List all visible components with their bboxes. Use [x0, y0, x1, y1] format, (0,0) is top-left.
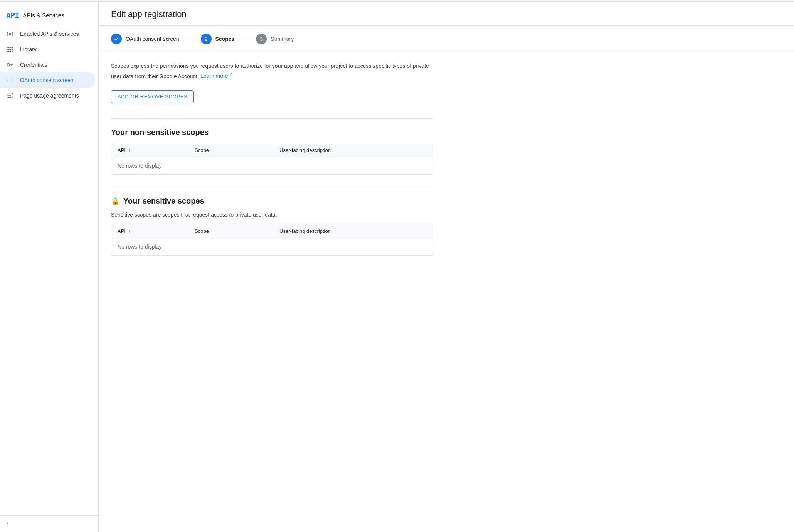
- external-link-icon: ↗: [229, 72, 233, 77]
- sensitive-col-scope: Scope: [195, 228, 279, 234]
- api-logo: API: [6, 11, 19, 20]
- sidebar: API APIs & Services Enabled APIs & servi…: [0, 2, 99, 532]
- page-header: Edit app registration: [99, 2, 794, 26]
- non-sensitive-section-title: Your non-sensitive scopes: [111, 128, 433, 137]
- sensitive-empty-message: No rows to display: [111, 238, 433, 255]
- svg-point-15: [10, 80, 10, 81]
- svg-rect-3: [12, 47, 13, 48]
- sensitive-section-description: Sensitive scopes are scopes that request…: [111, 212, 433, 218]
- svg-rect-2: [10, 47, 11, 48]
- page-title: Edit app registration: [111, 9, 782, 19]
- enabled-apis-icon: [6, 30, 14, 38]
- sidebar-item-enabled-apis[interactable]: Enabled APIs & services: [0, 26, 95, 42]
- sidebar-item-oauth-consent-label: OAuth consent screen: [20, 77, 74, 83]
- step-3-label: Summary: [271, 36, 294, 42]
- add-or-remove-scopes-button[interactable]: ADD OR REMOVE SCOPES: [111, 90, 194, 103]
- main-content: Edit app registration OAuth consent scre…: [99, 2, 794, 532]
- step-2-circle: 2: [201, 34, 212, 44]
- svg-point-13: [12, 78, 12, 79]
- section-divider-2: [111, 187, 433, 187]
- section-divider-1: [111, 118, 433, 119]
- svg-rect-4: [7, 49, 9, 51]
- step-3-circle: 3: [256, 34, 267, 44]
- svg-point-12: [10, 78, 10, 79]
- sidebar-item-library-label: Library: [20, 46, 37, 52]
- sensitive-section-title: 🔒 Your sensitive scopes: [111, 197, 433, 205]
- sidebar-header: API APIs & Services: [0, 8, 98, 26]
- sidebar-item-page-usage[interactable]: Page usage agreements: [0, 88, 95, 103]
- svg-rect-9: [12, 51, 13, 52]
- step-divider-2: [237, 39, 253, 39]
- svg-rect-7: [7, 51, 9, 52]
- sidebar-item-page-usage-label: Page usage agreements: [20, 93, 79, 99]
- svg-point-16: [12, 80, 12, 81]
- non-sensitive-col-api[interactable]: API ↑: [118, 147, 195, 153]
- svg-point-11: [8, 78, 8, 79]
- sensitive-table-header: API ↑ Scope User-facing description: [111, 224, 433, 238]
- svg-rect-1: [7, 47, 9, 48]
- svg-point-0: [9, 33, 11, 35]
- credentials-icon: [6, 61, 14, 69]
- step-oauth-consent: OAuth consent screen: [111, 34, 179, 44]
- stepper: OAuth consent screen 2 Scopes 3 Summary: [99, 26, 794, 52]
- svg-rect-6: [12, 49, 13, 51]
- svg-point-14: [8, 80, 8, 81]
- svg-rect-5: [10, 49, 11, 51]
- page-usage-icon: [6, 92, 14, 99]
- svg-point-24: [12, 97, 13, 98]
- oauth-consent-icon: [6, 76, 14, 84]
- step-1-label: OAuth consent screen: [126, 36, 179, 42]
- learn-more-link[interactable]: Learn more ↗: [200, 73, 233, 79]
- svg-point-18: [10, 82, 10, 82]
- non-sensitive-col-scope: Scope: [195, 147, 279, 153]
- non-sensitive-col-description: User-facing description: [279, 147, 427, 153]
- sidebar-item-credentials[interactable]: Credentials: [0, 57, 95, 72]
- collapse-arrow-icon: ‹: [6, 520, 8, 527]
- step-summary: 3 Summary: [256, 34, 294, 44]
- section-divider-3: [111, 268, 433, 268]
- sidebar-collapse[interactable]: ‹: [0, 515, 98, 532]
- step-divider-1: [182, 39, 198, 39]
- svg-point-19: [12, 82, 12, 82]
- sensitive-scopes-table: API ↑ Scope User-facing description No r…: [111, 224, 433, 256]
- sidebar-item-credentials-label: Credentials: [20, 62, 47, 68]
- content-body: Scopes express the permissions you reque…: [99, 52, 446, 287]
- non-sensitive-empty-message: No rows to display: [111, 157, 433, 174]
- collapse-button[interactable]: ‹: [6, 520, 92, 527]
- sidebar-title: APIs & Services: [23, 12, 64, 19]
- non-sensitive-scopes-table: API ↑ Scope User-facing description No r…: [111, 143, 433, 175]
- sensitive-col-description: User-facing description: [279, 228, 427, 234]
- sensitive-col-api[interactable]: API ↑: [118, 228, 195, 234]
- step-2-label: Scopes: [215, 36, 235, 42]
- non-sensitive-table-header: API ↑ Scope User-facing description: [111, 143, 433, 157]
- svg-point-10: [7, 64, 10, 66]
- sidebar-nav: Enabled APIs & services Library: [0, 26, 98, 103]
- sensitive-api-sort-arrow-icon[interactable]: ↑: [128, 229, 130, 234]
- sidebar-item-enabled-apis-label: Enabled APIs & services: [20, 31, 79, 37]
- sidebar-item-oauth-consent[interactable]: OAuth consent screen: [0, 72, 95, 88]
- lock-icon: 🔒: [111, 197, 119, 205]
- svg-point-23: [12, 93, 13, 94]
- scopes-description: Scopes express the permissions you reque…: [111, 62, 433, 81]
- step-scopes: 2 Scopes: [201, 34, 235, 44]
- library-icon: [6, 45, 14, 53]
- svg-rect-8: [10, 51, 11, 52]
- api-sort-arrow-icon[interactable]: ↑: [128, 148, 130, 153]
- sidebar-item-library[interactable]: Library: [0, 42, 95, 57]
- step-1-circle: [111, 34, 122, 44]
- svg-point-17: [8, 82, 8, 82]
